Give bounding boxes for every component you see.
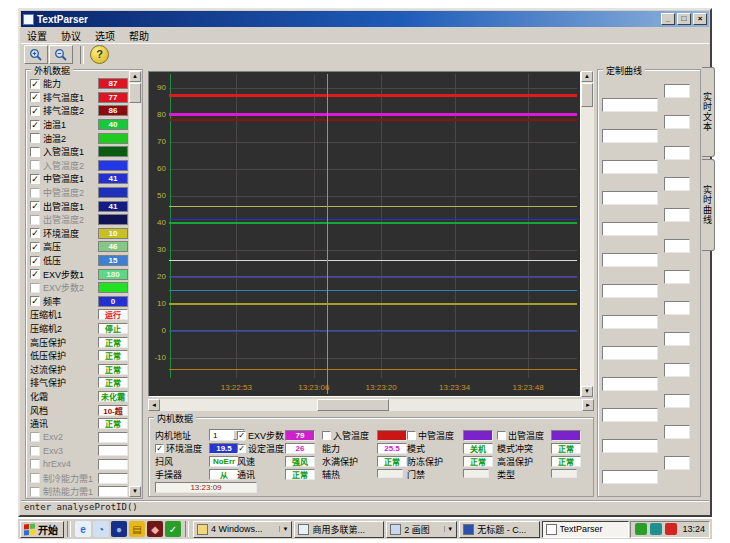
curve-name-input[interactable] xyxy=(602,346,658,360)
checkbox[interactable]: ✓ xyxy=(30,269,40,279)
curve-name-input[interactable] xyxy=(602,191,658,205)
indoor-value-box xyxy=(551,430,581,441)
curve-value-input[interactable] xyxy=(664,363,690,377)
time-cursor-line[interactable] xyxy=(327,74,328,394)
menu-options[interactable]: 选项 xyxy=(95,28,115,43)
zoom-in-button[interactable] xyxy=(24,45,48,64)
tray-shield-icon[interactable] xyxy=(635,523,647,535)
checkbox[interactable]: ✓ xyxy=(30,296,40,306)
checkbox[interactable]: ✓ xyxy=(30,92,40,102)
scroll-down-icon[interactable]: ▼ xyxy=(129,486,141,497)
security-icon[interactable]: ◆ xyxy=(147,521,163,537)
menu-help[interactable]: 帮助 xyxy=(129,28,149,43)
messenger-icon[interactable]: ◔ xyxy=(93,521,109,537)
scrollbar-thumb[interactable] xyxy=(317,399,389,411)
tray-fetion-icon[interactable] xyxy=(665,523,677,535)
curve-name-input[interactable] xyxy=(602,284,658,298)
curve-value-input[interactable] xyxy=(664,146,690,160)
tray-updater-icon[interactable] xyxy=(650,523,662,535)
quick-launch-area: e◔●▤◆✓ xyxy=(74,521,182,537)
curve-value-input[interactable] xyxy=(664,270,690,284)
scroll-up-icon[interactable]: ▲ xyxy=(129,71,141,82)
outdoor-row: 过流保护正常 xyxy=(28,362,128,376)
curve-name-input[interactable] xyxy=(602,315,658,329)
scrollbar-thumb[interactable] xyxy=(129,83,141,103)
chart-vertical-scrollbar[interactable]: ▲ ▼ xyxy=(581,71,594,397)
curve-value-input[interactable] xyxy=(664,425,690,439)
scroll-left-icon[interactable]: ◄ xyxy=(148,399,160,411)
scroll-right-icon[interactable]: ► xyxy=(582,399,594,411)
zoom-out-button[interactable] xyxy=(49,45,73,64)
checkbox[interactable]: ✓ xyxy=(30,174,40,184)
chart-horizontal-scrollbar[interactable]: ◄ ► xyxy=(148,399,594,411)
value-badge xyxy=(98,459,128,470)
curve-name-input[interactable] xyxy=(602,253,658,267)
antivirus-icon[interactable]: ✓ xyxy=(165,521,181,537)
checkbox[interactable] xyxy=(30,147,40,157)
outdoor-scrollbar[interactable]: ▲ ▼ xyxy=(129,71,141,497)
chevron-down-icon[interactable]: ▼ xyxy=(279,526,288,532)
start-button[interactable]: 开始 xyxy=(20,521,64,538)
window-title: TextParser xyxy=(37,14,661,25)
menu-settings[interactable]: 设置 xyxy=(27,28,47,43)
close-button[interactable]: × xyxy=(693,13,707,25)
curve-name-input[interactable] xyxy=(602,222,658,236)
notes-icon[interactable]: ▤ xyxy=(129,521,145,537)
indoor-label-text: 高温保护 xyxy=(497,455,533,468)
curve-value-input[interactable] xyxy=(664,394,690,408)
scroll-up-icon[interactable]: ▲ xyxy=(581,71,593,82)
checkbox[interactable]: ✓ xyxy=(30,120,40,130)
checkbox[interactable] xyxy=(322,431,331,440)
checkbox[interactable]: ✓ xyxy=(30,79,40,89)
checkbox[interactable]: ✓ xyxy=(30,201,40,211)
gridline-h xyxy=(169,88,577,89)
curve-name-input[interactable] xyxy=(602,160,658,174)
curve-value-input[interactable] xyxy=(664,456,690,470)
checkbox[interactable]: ✓ xyxy=(155,444,164,453)
checkbox[interactable] xyxy=(497,431,506,440)
checkbox[interactable] xyxy=(30,133,40,143)
curve-value-input[interactable] xyxy=(664,208,690,222)
checkbox[interactable]: ✓ xyxy=(30,228,40,238)
task-button-3[interactable]: 2 画图▼ xyxy=(386,521,457,538)
task-button-5[interactable]: TextParser xyxy=(542,521,630,538)
outdoor-item-label: 环境温度 xyxy=(43,227,98,240)
task-button-1[interactable]: 4 Windows...▼ xyxy=(193,521,292,538)
curve-value-input[interactable] xyxy=(664,301,690,315)
series-line xyxy=(169,222,577,224)
help-button[interactable]: ? xyxy=(90,45,109,64)
indoor-panel-title: 内机数据 xyxy=(154,412,196,425)
curve-value-input[interactable] xyxy=(664,177,690,191)
chevron-down-icon[interactable]: ▼ xyxy=(444,526,453,532)
curve-name-input[interactable] xyxy=(602,470,658,484)
indoor-field-label: 内机地址 xyxy=(155,430,207,441)
curve-value-input[interactable] xyxy=(664,84,690,98)
scroll-down-icon[interactable]: ▼ xyxy=(581,386,593,397)
curve-name-input[interactable] xyxy=(602,377,658,391)
checkbox[interactable]: ✓ xyxy=(30,106,40,116)
task-button-4[interactable]: 无标题 - C... xyxy=(459,521,539,538)
ie-icon[interactable]: e xyxy=(75,521,91,537)
checkbox[interactable]: ✓ xyxy=(237,444,246,453)
checkbox[interactable]: ✓ xyxy=(30,242,40,252)
checkbox[interactable]: ✓ xyxy=(30,256,40,266)
tab-realtime-text[interactable]: 实时文本 xyxy=(702,67,715,157)
curve-name-input[interactable] xyxy=(602,408,658,422)
curve-value-input[interactable] xyxy=(664,239,690,253)
maximize-button[interactable]: □ xyxy=(677,13,691,25)
curve-name-input[interactable] xyxy=(602,129,658,143)
curve-name-input[interactable] xyxy=(602,439,658,453)
start-label: 开始 xyxy=(38,522,58,537)
tab-realtime-curve[interactable]: 实时曲线 xyxy=(702,159,715,251)
curve-value-input[interactable] xyxy=(664,115,690,129)
task-button-2[interactable]: 商用多联第... xyxy=(294,521,384,538)
curve-value-input[interactable] xyxy=(664,332,690,346)
curve-name-input[interactable] xyxy=(602,98,658,112)
menu-protocol[interactable]: 协议 xyxy=(61,28,81,43)
minimize-button[interactable]: _ xyxy=(661,13,675,25)
checkbox[interactable] xyxy=(407,431,416,440)
browser-ball-icon[interactable]: ● xyxy=(111,521,127,537)
checkbox[interactable]: ✓ xyxy=(237,431,246,440)
outdoor-row: 低压保护正常 xyxy=(28,349,128,363)
scrollbar-thumb[interactable] xyxy=(581,83,593,107)
